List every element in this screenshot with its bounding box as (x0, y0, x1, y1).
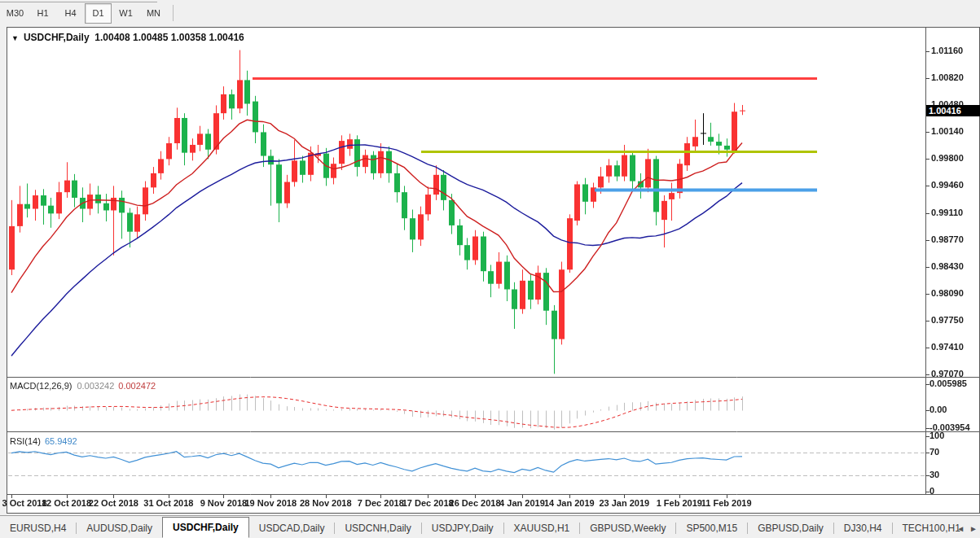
timeframe-button-h4[interactable]: H4 (57, 3, 84, 24)
tab-audusd-daily[interactable]: AUDUSD,Daily (77, 519, 162, 537)
timeframe-button-m30[interactable]: M30 (2, 3, 29, 24)
date-axis-label: 22 Oct 2018 (89, 498, 138, 508)
price-axis-label: 0.97750 (931, 315, 964, 325)
macd-signal-value: 0.002472 (118, 381, 156, 391)
chevron-down-icon: ▼ (11, 34, 19, 42)
tab-usdjpy-daily[interactable]: USDJPY,Daily (422, 519, 503, 537)
current-price-badge: 1.00416 (926, 105, 980, 116)
price-axis-label: 0.98090 (931, 288, 964, 298)
tab-gbpusd-weekly[interactable]: GBPUSD,Weekly (580, 519, 675, 537)
chart-title[interactable]: ▼USDCHF,Daily 1.00408 1.00485 1.00358 1.… (11, 32, 244, 43)
tab-scroll-buttons: ◄ ► (956, 524, 978, 533)
date-axis-label: 17 Dec 2018 (402, 498, 454, 508)
rsi-value: 65.9492 (45, 436, 77, 446)
price-axis-label: 0.98430 (931, 261, 964, 271)
chart-ohlc-values: 1.00408 1.00485 1.00358 1.00416 (94, 32, 244, 43)
date-axis-label: 11 Feb 2019 (701, 498, 752, 508)
macd-indicator-label: MACD(12,26,9)0.0032420.002472 (10, 381, 156, 391)
macd-axis-label: 0.005985 (929, 378, 967, 388)
tab-usdchf-daily[interactable]: USDCHF,Daily (162, 517, 249, 538)
tab-scroll-left-icon[interactable]: ◄ (956, 524, 965, 533)
tab-eurusd-h4[interactable]: EURUSD,H4 (0, 519, 76, 537)
rsi-axis-label: 0 (929, 486, 934, 496)
price-axis-label: 0.99800 (931, 153, 964, 163)
timeframe-button-d1[interactable]: D1 (85, 3, 112, 24)
rsi-axis-label: 100 (929, 431, 944, 440)
date-axis-label: 19 Nov 2018 (244, 498, 297, 508)
rsi-indicator-label: RSI(14)65.9492 (10, 436, 77, 446)
date-axis-label: 31 Oct 2018 (143, 498, 193, 508)
tab-sp500-m15[interactable]: SP500,M15 (676, 519, 747, 537)
tab-xauusd-h1[interactable]: XAUUSD,H1 (504, 519, 580, 537)
price-axis-label: 1.00140 (931, 126, 964, 136)
macd-main-value: 0.003242 (77, 381, 114, 391)
tab-gbpusd-daily[interactable]: GBPUSD,Daily (748, 519, 833, 537)
price-axis-label: 0.97070 (931, 369, 964, 378)
rsi-axis-label: 30 (929, 470, 939, 479)
date-axis-label: 7 Dec 2018 (358, 498, 404, 508)
date-axis-label: 26 Dec 2018 (450, 498, 501, 508)
price-axis-label: 0.99460 (931, 180, 964, 190)
date-axis-label: 1 Feb 2019 (657, 498, 702, 508)
tab-usdcad-daily[interactable]: USDCAD,Daily (249, 519, 335, 537)
tab-usdcnh-daily[interactable]: USDCNH,Daily (335, 519, 420, 537)
date-axis-label: 9 Nov 2018 (200, 498, 247, 508)
rsi-axis-label: 70 (929, 447, 939, 457)
macd-axis-label: 0.00 (929, 405, 947, 414)
date-axis-label: 4 Jan 2019 (499, 498, 545, 508)
tab-scroll-right-icon[interactable]: ► (969, 524, 978, 533)
date-axis-label: 28 Nov 2018 (300, 498, 352, 508)
tab-dj30-h4[interactable]: DJ30,H4 (834, 519, 892, 537)
date-axis-label: 14 Jan 2019 (544, 498, 595, 508)
chart-symbol-label: USDCHF,Daily (24, 32, 90, 43)
chart-tab-bar: EURUSD,H4AUDUSD,DailyUSDCHF,DailyUSDCAD,… (0, 515, 980, 538)
price-axis-label: 0.99110 (931, 208, 963, 217)
price-axis-label: 0.98770 (931, 234, 964, 244)
date-axis-label: 3 Oct 2018 (2, 498, 46, 508)
price-axis-label: 1.00820 (931, 72, 964, 82)
price-chart-canvas[interactable] (0, 0, 980, 538)
date-axis-label: 23 Jan 2019 (599, 498, 649, 508)
toolbar-separator (173, 5, 174, 21)
timeframe-toolbar: M30H1H4D1W1MN (2, 2, 178, 24)
price-axis-label: 0.97410 (931, 342, 964, 352)
timeframe-button-mn[interactable]: MN (140, 3, 167, 24)
price-axis-label: 1.01160 (931, 46, 963, 55)
date-axis-label: 12 Oct 2018 (42, 498, 91, 508)
timeframe-button-w1[interactable]: W1 (112, 3, 139, 24)
timeframe-button-h1[interactable]: H1 (29, 3, 56, 24)
mt4-window: { "toolbar": { "timeframes": [ {"label":… (0, 0, 980, 538)
